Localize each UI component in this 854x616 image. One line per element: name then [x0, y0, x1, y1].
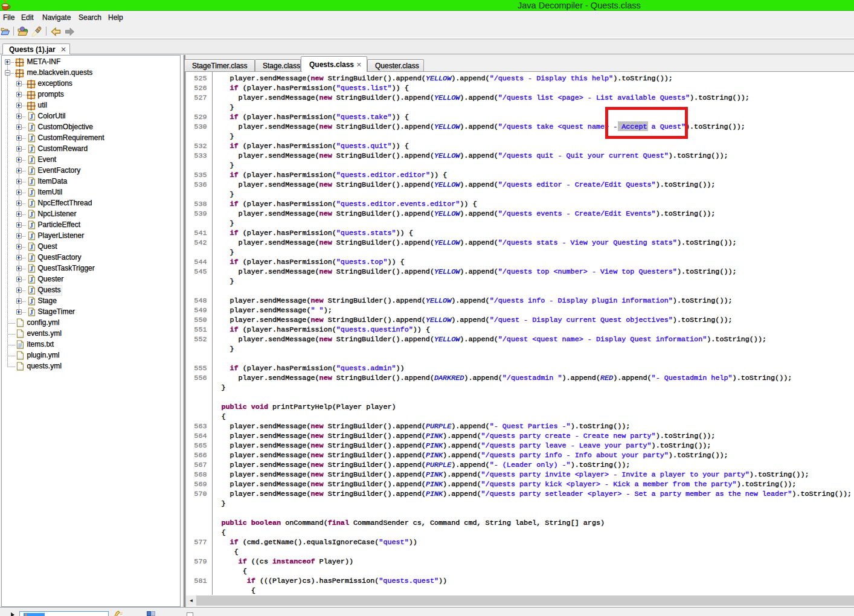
svg-text:J: J [30, 146, 33, 153]
svg-text:J: J [30, 254, 33, 262]
svg-text:J: J [30, 211, 33, 219]
svg-text:J: J [30, 156, 33, 164]
svg-text:J: J [30, 189, 33, 197]
svg-text:J: J [30, 298, 33, 306]
svg-text:J: J [30, 243, 33, 251]
svg-text:J: J [30, 265, 33, 273]
svg-text:J: J [30, 178, 33, 186]
svg-text:J: J [30, 222, 33, 229]
svg-text:J: J [30, 167, 33, 175]
svg-text:J: J [30, 200, 33, 208]
svg-text:J: J [30, 276, 33, 284]
svg-text:J: J [30, 124, 33, 132]
svg-text:J: J [30, 135, 33, 143]
svg-text:J: J [30, 309, 33, 316]
svg-text:J: J [30, 113, 33, 121]
svg-text:J: J [30, 287, 33, 295]
svg-text:J: J [30, 233, 33, 240]
